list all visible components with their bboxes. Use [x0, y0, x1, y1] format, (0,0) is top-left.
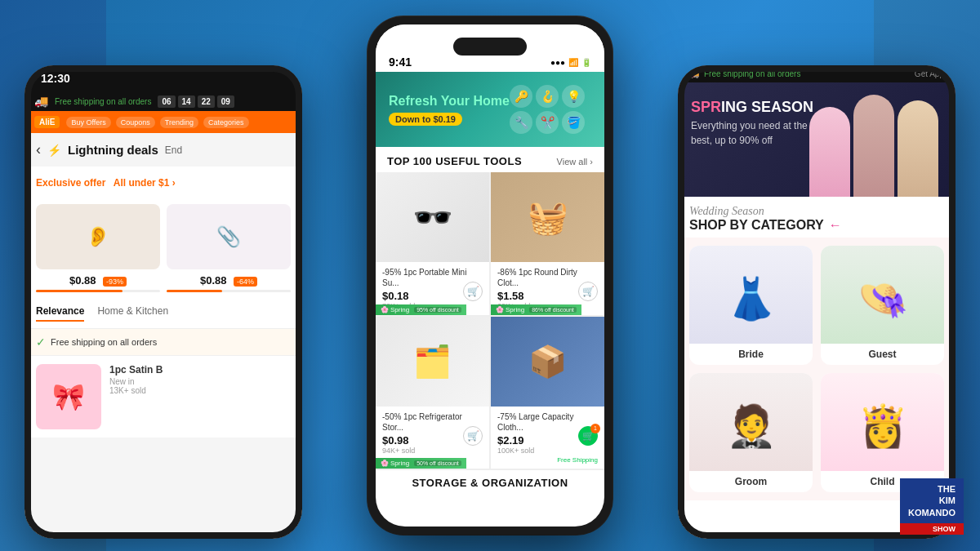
spring-tag-3: 🌸Spring 50% off discount	[376, 458, 466, 469]
view-all-link[interactable]: View all ›	[557, 157, 593, 167]
nav-trending[interactable]: Trending	[160, 117, 198, 128]
exclusive-label: Exclusive offer	[36, 177, 105, 189]
wifi-icon: 📶	[568, 58, 578, 67]
discount-badge: -93%	[103, 277, 127, 287]
wm-line1: THE	[938, 484, 956, 494]
model-1	[809, 107, 850, 197]
hero-banner: Refresh Your Home Down to $0.19 🔑 🪝 💡 🔧 …	[376, 72, 604, 147]
right-ship-icon: 🚚	[689, 69, 699, 78]
battery-icon: 🔋	[581, 58, 591, 67]
center-phone: 9:41 ●●● 📶 🔋 Refresh Your Home Down to $…	[368, 16, 612, 535]
storage-cart-btn[interactable]: 🛒 1	[578, 426, 598, 446]
glasses-image: 🕶️	[376, 172, 489, 262]
bride-image: 👗	[689, 246, 813, 344]
watermark-show: SHOW	[900, 523, 964, 535]
nav-coupons[interactable]: Coupons	[116, 117, 155, 128]
back-button[interactable]: ‹	[36, 141, 41, 158]
right-hero: SPRING SEASON Everything you need at the…	[678, 82, 956, 197]
basket-price: $1.58	[497, 290, 530, 302]
hero-product-icons: 🔑 🪝 💡 🔧 ✂️ 🪣	[510, 85, 591, 134]
storage-section-header: STORAGE & ORGANIZATION	[376, 470, 604, 495]
right-hero-sub2: best, up to 90% off	[691, 135, 813, 146]
product-list-item[interactable]: 🎀 1pc Satin B New in 13K+ sold	[24, 355, 302, 438]
hero-headline: Refresh Your Home	[389, 93, 510, 109]
category-child[interactable]: 👸 Child	[821, 373, 944, 492]
app-link[interactable]: Get App	[915, 69, 944, 78]
glasses-cart-btn[interactable]: 🛒	[463, 282, 483, 301]
spring-label: SPR	[691, 99, 721, 115]
left-status-bar: 12:30	[24, 65, 302, 91]
model-3	[898, 100, 938, 197]
check-icon: ✓	[36, 335, 46, 349]
progress-bar	[36, 290, 160, 292]
storage-sold: 100K+ sold	[497, 447, 534, 455]
earring-image: 👂	[36, 204, 160, 269]
top100-title: TOP 100 USEFUL TOOLS	[387, 155, 522, 167]
top-banner-text: Free shipping on all orders	[55, 97, 151, 106]
hero-icon-5: ✂️	[536, 111, 559, 134]
product-cell-storage[interactable]: 📦 -75% Large Capacity Cloth... $2.19 100…	[491, 317, 604, 469]
groom-label: Groom	[689, 471, 813, 492]
groom-image: 🤵	[689, 373, 813, 471]
fridge-cart-btn[interactable]: 🛒	[463, 426, 483, 446]
category-groom[interactable]: 🤵 Groom	[689, 373, 813, 492]
progress-fill	[36, 290, 122, 292]
left-time: 12:30	[41, 72, 70, 85]
right-hero-sub1: Everything you need at the	[691, 120, 813, 131]
hero-icon-1: 🔑	[510, 85, 532, 108]
bride-label: Bride	[689, 344, 813, 365]
product-cell-fridge[interactable]: 🗂️ 🌸Spring 50% off discount -50% 1pc Ref…	[376, 317, 489, 469]
top100-header: TOP 100 USEFUL TOOLS View all ›	[376, 147, 604, 172]
nav-buy-offers[interactable]: Buy Offers	[66, 117, 110, 128]
spring-tag-2: 🌸Spring 86% off discount	[491, 304, 581, 315]
center-phone-screen: 9:41 ●●● 📶 🔋 Refresh Your Home Down to $…	[376, 24, 604, 527]
product-card-earring[interactable]: 👂 $0.88 -93%	[36, 204, 160, 292]
nav-categories[interactable]: Categories	[203, 117, 249, 128]
product-cell-glasses[interactable]: 🕶️ 🌸Spring 95% off discount -95% 1pc Por…	[376, 172, 489, 315]
category-grid: 👗 Bride 👒 Guest 🤵 Groom 👸	[678, 238, 956, 500]
nav-items: Buy Offers Coupons Trending Categories	[66, 117, 248, 128]
hero-icon-6: 🪣	[562, 111, 585, 134]
category-guest[interactable]: 👒 Guest	[821, 246, 944, 365]
product-cell-basket[interactable]: 🧺 🌸Spring 86% off discount -86% 1pc Roun…	[491, 172, 604, 315]
right-top-bar: 🚚 Free shipping on all orders Get App	[678, 65, 956, 82]
left-top-banner: 🚚 Free shipping on all orders 06 14 22 0…	[24, 91, 302, 111]
storage-title: STORAGE & ORGANIZATION	[412, 477, 568, 489]
lightning-icon: ⚡	[47, 144, 61, 157]
exclusive-arrow[interactable]: ›	[172, 177, 176, 189]
category-bride[interactable]: 👗 Bride	[689, 246, 813, 365]
left-phone-screen: 12:30 🚚 Free shipping on all orders 06 1…	[24, 65, 302, 539]
clip-price: $0.88 -64%	[167, 273, 291, 287]
clip-image: 📎	[167, 204, 291, 269]
hero-icon-2: 🪝	[536, 85, 559, 108]
free-shipping-text: Free shipping on all orders	[51, 337, 157, 347]
exclusive-section: Exclusive offer All under $1 ›	[24, 167, 302, 198]
model-images	[792, 82, 956, 197]
countdown-h: 06	[158, 96, 175, 108]
watermark-text: THE KIM KOMANDO	[900, 478, 964, 523]
fridge-price: $0.98	[382, 434, 415, 447]
lightning-header: ‹ ⚡ Lightning deals End	[24, 133, 302, 167]
exclusive-price: All under $1	[114, 177, 170, 189]
wm-line4: SHOW	[933, 525, 956, 533]
hero-text: Refresh Your Home Down to $0.19	[389, 93, 510, 125]
wm-line3: KOMANDO	[908, 508, 956, 518]
right-hero-headline: SPRING SEASON	[691, 99, 813, 117]
center-screen-content: 9:41 ●●● 📶 🔋 Refresh Your Home Down to $…	[376, 24, 604, 527]
tab-home-kitchen[interactable]: Home & Kitchen	[97, 305, 168, 322]
storage-info: -75% Large Capacity Cloth... $2.19 100K+…	[491, 407, 604, 469]
free-shipping-label: Free Shipping	[497, 456, 598, 464]
right-top-text: Free shipping on all orders	[704, 69, 800, 78]
wedding-script-title: Wedding Season	[689, 205, 944, 218]
basket-cart-btn[interactable]: 🛒	[578, 282, 598, 301]
product-card-clip[interactable]: 📎 $0.88 -64%	[167, 204, 291, 292]
price-text-2: $0.88	[200, 274, 227, 287]
center-time: 9:41	[389, 56, 412, 69]
lightning-title: Lightning deals	[68, 143, 158, 157]
signal-icon: ●●●	[550, 58, 565, 67]
status-icons: ●●● 📶 🔋	[550, 58, 591, 67]
hero-icon-3: 💡	[562, 85, 585, 108]
tab-relevance[interactable]: Relevance	[36, 305, 84, 322]
cart-badge: 1	[590, 424, 600, 433]
fridge-sold: 94K+ sold	[382, 447, 415, 455]
